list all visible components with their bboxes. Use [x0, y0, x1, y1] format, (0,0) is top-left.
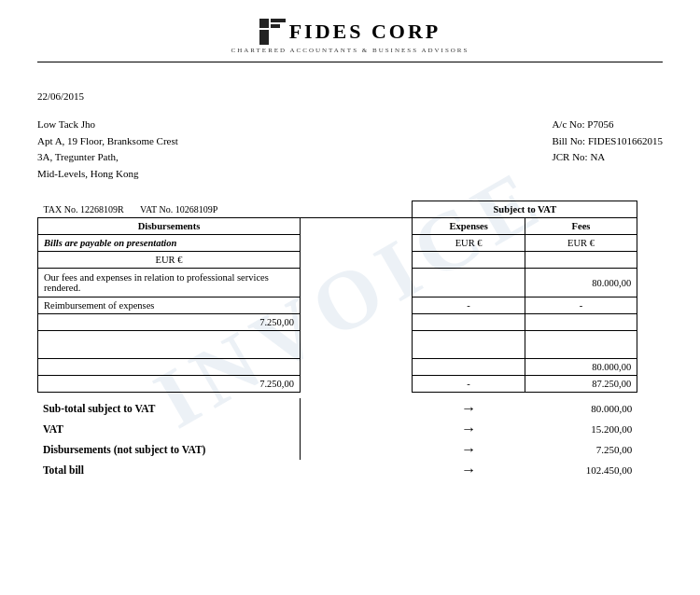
jcr-no: JCR No: NA — [552, 149, 663, 166]
company-name: FIDES CORP — [289, 20, 441, 44]
subject-to-vat-header: Subject to VAT — [413, 201, 637, 218]
bills-payable-label: Bills are payable on presentation — [38, 235, 301, 252]
row2-expenses: - — [413, 298, 525, 314]
invoice-date: 22/06/2015 — [37, 90, 663, 102]
disbursements-value: 7.250,00 — [525, 439, 638, 460]
client-name: Low Tack Jho — [37, 117, 178, 133]
row2-label: Reimbursement of expenses — [38, 298, 301, 314]
subtotal-arrow: → — [413, 398, 525, 419]
col-expenses-header: Expenses — [413, 218, 525, 235]
client-address-line3: Mid-Levels, Hong Kong — [37, 166, 178, 183]
row1-expenses — [413, 269, 525, 298]
page-header: FIDES CORP CHARTERED ACCOUNTANTS & BUSIN… — [37, 19, 663, 62]
billing-info: A/c No: P7056 Bill No: FIDES101662015 JC… — [552, 117, 663, 182]
tax-no: TAX No. 12268109R — [44, 204, 124, 214]
ac-no: A/c No: P7056 — [552, 117, 663, 133]
subtotal1-fees: 80.000,00 — [525, 359, 637, 376]
subtotal2-expenses: - — [413, 376, 525, 393]
row2-disbursements: 7.250,00 — [38, 314, 301, 331]
currency-fees: EUR € — [525, 235, 637, 252]
col-fees-header: Fees — [525, 218, 637, 235]
row1-label: Our fees and expenses in relation to pro… — [38, 269, 301, 298]
svg-rect-2 — [271, 24, 280, 28]
vat-arrow: → — [413, 419, 525, 439]
currency-disbursements: EUR € — [38, 252, 301, 269]
vat-no: VAT No. 10268109P — [140, 204, 217, 214]
subtotal2-disbursements: 7.250,00 — [38, 376, 301, 393]
svg-rect-0 — [259, 19, 269, 28]
client-address: Low Tack Jho Apt A, 19 Floor, Branksome … — [37, 117, 178, 182]
client-address-line2: 3A, Tregunter Path, — [37, 149, 178, 166]
subtotal2-fees: 87.250,00 — [525, 376, 637, 393]
summary-table: Sub-total subject to VAT → 80.000,00 VAT… — [37, 398, 663, 480]
col-disbursements-header: Disbursements — [38, 218, 301, 235]
total-arrow: → — [413, 460, 525, 480]
address-section: Low Tack Jho Apt A, 19 Floor, Branksome … — [37, 117, 663, 182]
total-value: 102.450,00 — [525, 460, 638, 480]
bill-no: Bill No: FIDES101662015 — [552, 133, 663, 150]
fides-logo-icon — [259, 19, 286, 45]
row2-fees: - — [525, 298, 637, 314]
disbursements-label: Disbursements (not subject to VAT) — [37, 439, 300, 460]
currency-expenses: EUR € — [413, 235, 525, 252]
disbursements-arrow: → — [413, 439, 525, 460]
company-subtitle: CHARTERED ACCOUNTANTS & BUSINESS ADVISOR… — [231, 47, 469, 54]
company-logo: FIDES CORP CHARTERED ACCOUNTANTS & BUSIN… — [231, 19, 469, 54]
svg-rect-3 — [259, 30, 269, 45]
subtotal-label: Sub-total subject to VAT — [37, 398, 300, 419]
svg-rect-1 — [271, 19, 286, 22]
invoice-page: INVOICE FIDES CORP CHARTERED ACCOUNTANTS… — [0, 0, 700, 595]
vat-label: VAT — [37, 419, 300, 439]
total-label: Total bill — [37, 460, 300, 480]
subtotal-value: 80.000,00 — [525, 398, 638, 419]
client-address-line1: Apt A, 19 Floor, Branksome Crest — [37, 133, 178, 150]
row1-fees: 80.000,00 — [525, 269, 637, 298]
vat-value: 15.200,00 — [525, 419, 638, 439]
invoice-table: TAX No. 12268109R VAT No. 10268109P Subj… — [37, 201, 663, 393]
